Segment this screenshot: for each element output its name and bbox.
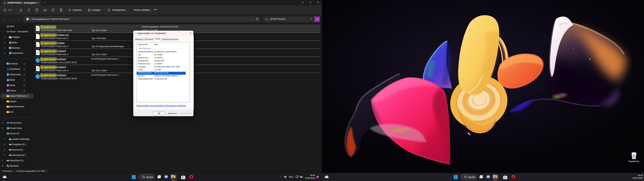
svg-text:A: A: [44, 9, 46, 11]
